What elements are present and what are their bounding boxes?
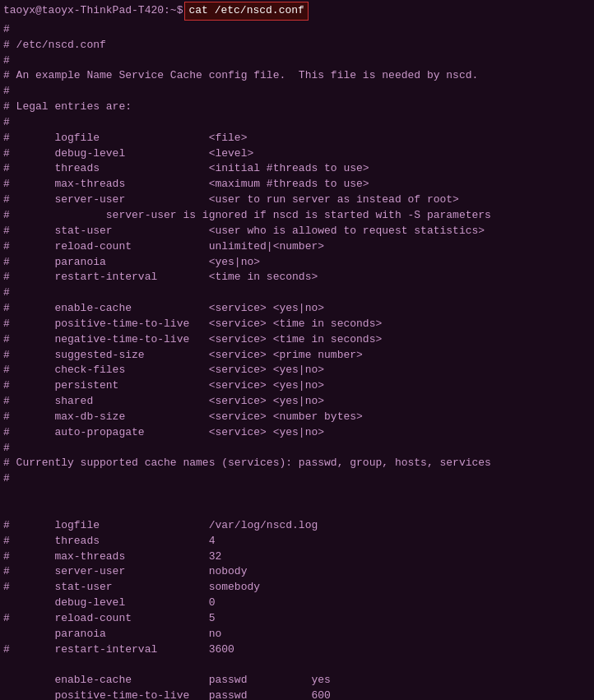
prompt-line: taoyx@taoyx-ThinkPad-T420:~$ cat /etc/ns…: [3, 2, 591, 21]
terminal-window: taoyx@taoyx-ThinkPad-T420:~$ cat /etc/ns…: [0, 0, 594, 700]
file-content: # # /etc/nscd.conf # # An example Name S…: [3, 22, 591, 700]
prompt-command: cat /etc/nscd.conf: [184, 2, 308, 21]
prompt-user: taoyx@taoyx-ThinkPad-T420:~$: [3, 3, 183, 19]
